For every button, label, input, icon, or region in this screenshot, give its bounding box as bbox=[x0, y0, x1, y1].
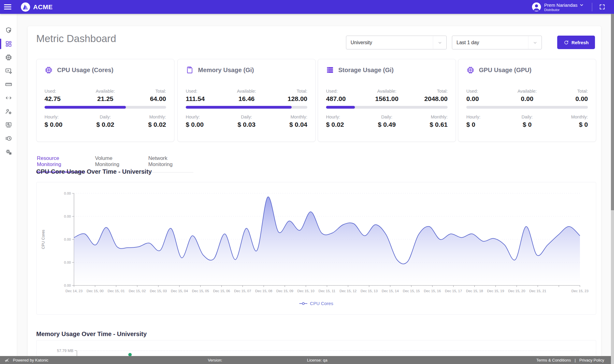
svg-text:Dec 15, 10: Dec 15, 10 bbox=[297, 289, 314, 293]
legend-label: CPU Cores bbox=[310, 301, 333, 306]
hourly-label: Hourly: bbox=[45, 114, 85, 119]
svg-text:Dec 15, 16: Dec 15, 16 bbox=[424, 289, 441, 293]
total-value: 2048.00 bbox=[407, 95, 448, 103]
gpu-chip-icon bbox=[466, 66, 475, 74]
monthly-label: Monthly: bbox=[407, 114, 448, 119]
svg-text:Dec 15, 15: Dec 15, 15 bbox=[403, 289, 420, 293]
gridline bbox=[77, 350, 579, 351]
user-settings-icon bbox=[5, 108, 12, 115]
svg-text:0.00: 0.00 bbox=[64, 284, 71, 287]
admin-shield-icon bbox=[5, 27, 12, 34]
svg-text:Dec 15, 08: Dec 15, 08 bbox=[255, 289, 272, 293]
license-text: License: qa bbox=[307, 358, 328, 362]
scrollbar-thumb[interactable] bbox=[611, 14, 614, 210]
memory-card-icon bbox=[186, 66, 194, 74]
timerange-select[interactable]: Last 1 day bbox=[452, 36, 542, 49]
acme-logo-icon bbox=[21, 2, 30, 12]
workspace-select-value: University bbox=[346, 40, 433, 45]
metric-card-storage: Storage Usage (Gi) Used:487.00 Available… bbox=[318, 59, 456, 142]
metric-card-memory: Memory Usage (Gi) Used:111.54 Available:… bbox=[177, 59, 316, 142]
sidebar-item-dashboard[interactable] bbox=[0, 37, 17, 51]
daily-value: $ 0.03 bbox=[226, 121, 267, 128]
menu-icon[interactable] bbox=[4, 4, 11, 10]
sidebar-item-pipelines[interactable] bbox=[0, 64, 17, 78]
daily-label: Daily: bbox=[85, 114, 126, 119]
monthly-value: $ 0.61 bbox=[407, 121, 448, 128]
available-label: Available: bbox=[85, 89, 126, 94]
memory-chart-title: Memory Usage Over Time - University bbox=[36, 331, 147, 338]
svg-text:Dec 15, 00: Dec 15, 00 bbox=[87, 289, 104, 293]
refresh-button[interactable]: Refresh bbox=[557, 36, 595, 49]
fullscreen-icon[interactable] bbox=[599, 4, 605, 10]
axis-tick bbox=[75, 350, 77, 351]
used-value: 111.54 bbox=[186, 95, 226, 103]
y-axis-line bbox=[77, 350, 77, 356]
sidebar-item-admin[interactable] bbox=[0, 24, 17, 37]
daily-value: $ 0.02 bbox=[85, 121, 126, 128]
legend-marker-icon bbox=[299, 302, 307, 305]
code-icon bbox=[5, 94, 12, 102]
sidebar-item-metering[interactable] bbox=[0, 78, 17, 91]
used-value: 0.00 bbox=[466, 95, 507, 103]
monthly-value: $ 0.04 bbox=[267, 121, 307, 128]
svg-text:Dec 15, 18: Dec 15, 18 bbox=[466, 289, 483, 293]
hourly-value: $ 0.00 bbox=[186, 121, 226, 128]
svg-text:0.00: 0.00 bbox=[64, 238, 71, 241]
dashboard-panel: Metric Dashboard University Last 1 day R… bbox=[28, 26, 601, 356]
available-label: Available: bbox=[367, 89, 407, 94]
sidebar-item-code[interactable] bbox=[0, 91, 17, 105]
usage-progress-bar bbox=[186, 106, 307, 109]
total-label: Total: bbox=[126, 89, 166, 94]
chevron-down-icon bbox=[579, 3, 584, 7]
sidebar-item-monitoring[interactable] bbox=[0, 118, 17, 132]
hourly-value: $ 0.02 bbox=[326, 121, 367, 128]
top-navbar: ACME Prem Nariandas Distributor bbox=[0, 0, 614, 14]
chevron-down-icon bbox=[528, 36, 542, 49]
card-title: Memory Usage (Gi) bbox=[198, 67, 254, 74]
available-value: 21.25 bbox=[85, 95, 126, 103]
sidebar-item-audit-logs[interactable] bbox=[0, 132, 17, 145]
brand-name: ACME bbox=[33, 3, 53, 11]
user-menu[interactable]: Prem Nariandas Distributor bbox=[532, 2, 584, 12]
scrollbar-track[interactable] bbox=[611, 14, 614, 364]
monthly-label: Monthly: bbox=[547, 114, 588, 119]
memory-chart-card: 57.79 MB bbox=[36, 340, 596, 356]
monitor-search-icon bbox=[5, 121, 12, 129]
legend-cpu-cores[interactable]: CPU Cores bbox=[37, 301, 596, 306]
monthly-value: $ 0.02 bbox=[126, 121, 166, 128]
service-settings-icon bbox=[5, 148, 12, 156]
sidebar-item-services[interactable] bbox=[0, 145, 17, 159]
svg-text:Dec 15, 19: Dec 15, 19 bbox=[487, 289, 504, 293]
usage-progress-bar bbox=[45, 106, 166, 109]
video-settings-icon bbox=[5, 67, 12, 75]
cpu-area-chart: 0.000.000.000.000.00Dec 14, 23Dec 15, 00… bbox=[37, 182, 597, 296]
chevron-down-icon bbox=[433, 36, 446, 49]
page-title: Metric Dashboard bbox=[36, 33, 116, 45]
terms-link[interactable]: Terms & Conditions bbox=[536, 358, 571, 362]
hourly-label: Hourly: bbox=[186, 114, 226, 119]
app-root: ACME Prem Nariandas Distributor bbox=[0, 0, 614, 364]
storage-server-icon bbox=[326, 66, 334, 74]
cpu-chart-title: CPU Core Usage Over Time - University bbox=[36, 168, 152, 175]
available-value: 16.46 bbox=[226, 95, 267, 103]
metric-card-gpu: GPU Usage (GPU) Used:0.00 Available:0.00… bbox=[458, 59, 596, 142]
privacy-link[interactable]: Privacy Policy bbox=[579, 358, 604, 362]
avatar bbox=[532, 2, 541, 12]
ruler-icon bbox=[5, 81, 12, 88]
tab-network-monitoring[interactable]: Network Monitoring bbox=[148, 154, 193, 172]
footer-separator: | bbox=[575, 358, 576, 362]
refresh-icon bbox=[564, 40, 569, 45]
memory-data-point bbox=[128, 353, 132, 356]
sidebar-item-user-management[interactable] bbox=[0, 105, 17, 118]
total-value: 0.00 bbox=[547, 95, 588, 103]
available-label: Available: bbox=[507, 89, 547, 94]
svg-text:Dec 14, 23: Dec 14, 23 bbox=[65, 289, 83, 293]
usage-progress-bar bbox=[466, 106, 588, 109]
sidebar-item-compute[interactable] bbox=[0, 51, 17, 64]
total-label: Total: bbox=[407, 89, 448, 94]
daily-label: Daily: bbox=[367, 114, 407, 119]
workspace-select[interactable]: University bbox=[346, 36, 447, 49]
svg-text:Dec 15, 07: Dec 15, 07 bbox=[234, 289, 251, 293]
user-role: Distributor bbox=[544, 8, 584, 12]
total-label: Total: bbox=[267, 89, 307, 94]
